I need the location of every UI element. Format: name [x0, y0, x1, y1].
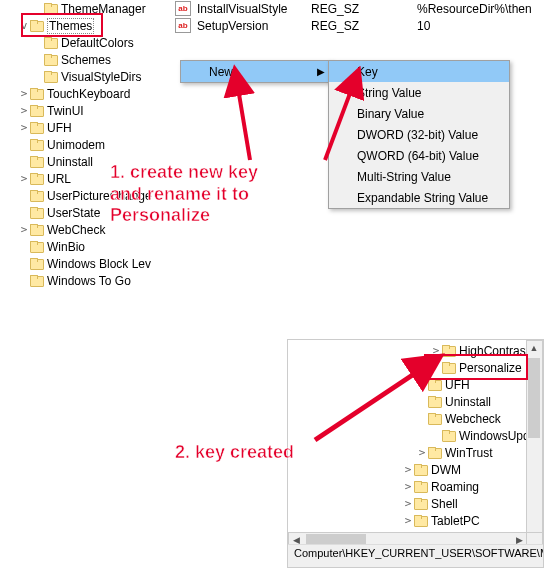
status-bar-text: Computer\HKEY_CURRENT_USER\SOFTWARE\Mic [294, 547, 543, 559]
menu-item-label: DWORD (32-bit) Value [357, 128, 478, 142]
tree-item[interactable]: >TabletPC [388, 512, 544, 529]
expand-toggle-icon[interactable]: > [402, 481, 414, 493]
tree-item-label: VisualStyleDirs [61, 70, 141, 84]
folder-icon [428, 447, 442, 459]
tree-item-label: Schemes [61, 53, 111, 67]
arrow-to-new [230, 82, 270, 162]
expand-toggle-icon[interactable]: > [402, 464, 414, 476]
folder-icon [414, 464, 428, 476]
registry-tree-top: ThemeManagervThemesDefaultColorsSchemesV… [0, 0, 152, 289]
tree-item-label: Unimodem [47, 138, 105, 152]
reg-string-icon: ab [175, 1, 191, 16]
value-type: REG_SZ [311, 2, 411, 16]
tree-item[interactable]: Schemes [0, 51, 152, 68]
expand-toggle-icon[interactable]: > [18, 224, 30, 236]
expand-toggle-icon[interactable]: > [18, 173, 30, 185]
folder-icon [30, 105, 44, 117]
menu-item[interactable]: Key [329, 61, 509, 82]
folder-icon [30, 88, 44, 100]
menu-item-label: Multi-String Value [357, 170, 451, 184]
expand-toggle-icon[interactable]: > [402, 515, 414, 527]
folder-icon [414, 515, 428, 527]
tree-item-label: UserState [47, 206, 100, 220]
expand-toggle-icon[interactable]: > [402, 498, 414, 510]
tree-item-label: Windows Block Lev [47, 257, 151, 271]
folder-icon [44, 54, 58, 66]
tree-item-label: WinBio [47, 240, 85, 254]
tree-item-label: DefaultColors [61, 36, 134, 50]
tree-item-label: DWM [431, 463, 461, 477]
menu-item-label: QWORD (64-bit) Value [357, 149, 479, 163]
value-data: 10 [417, 19, 430, 33]
tree-item-label: TwinUI [47, 104, 84, 118]
folder-icon [30, 156, 44, 168]
annotation-1-line2: and rename it to [110, 184, 258, 206]
svg-line-0 [238, 88, 250, 160]
folder-icon [44, 37, 58, 49]
menu-item-new[interactable]: New ▶ [181, 61, 331, 82]
tree-item[interactable]: >Shell [388, 495, 544, 512]
scrollbar-vertical[interactable]: ▲ ▼ [526, 340, 543, 551]
folder-icon [30, 224, 44, 236]
tree-item-label: WinTrust [445, 446, 493, 460]
tree-item[interactable]: VisualStyleDirs [0, 68, 152, 85]
tree-item-label: Uninstall [47, 155, 93, 169]
menu-item-label: Key [357, 65, 378, 79]
annotation-1-line1: 1. create new key [110, 162, 258, 184]
arrow-to-personalize [310, 365, 440, 445]
folder-icon [30, 207, 44, 219]
tree-item[interactable]: >Roaming [388, 478, 544, 495]
value-name: InstallVisualStyle [197, 2, 305, 16]
highlight-box-themes [21, 13, 103, 37]
value-data: %ResourceDir%\then [417, 2, 532, 16]
chevron-right-icon: ▶ [317, 66, 325, 77]
tree-item-label: WebCheck [47, 223, 105, 237]
tree-item[interactable]: >UFH [0, 119, 152, 136]
tree-item-label: URL [47, 172, 71, 186]
menu-item[interactable]: Multi-String Value [329, 166, 509, 187]
folder-icon [30, 241, 44, 253]
tree-item[interactable]: >DWM [388, 461, 544, 478]
tree-item[interactable]: Windows Block Lev [0, 255, 152, 272]
tree-item-label: Uninstall [445, 395, 491, 409]
value-row[interactable]: abSetupVersionREG_SZ10 [175, 17, 532, 34]
registry-values: abInstallVisualStyleREG_SZ%ResourceDir%\… [175, 0, 532, 34]
tree-item-label: Windows To Go [47, 274, 131, 288]
folder-icon [442, 430, 456, 442]
menu-item[interactable]: Expandable String Value [329, 187, 509, 208]
expand-toggle-icon[interactable]: > [18, 88, 30, 100]
folder-icon [30, 190, 44, 202]
value-type: REG_SZ [311, 19, 411, 33]
value-row[interactable]: abInstallVisualStyleREG_SZ%ResourceDir%\… [175, 0, 532, 17]
reg-string-icon: ab [175, 18, 191, 33]
svg-line-1 [325, 88, 352, 160]
annotation-2-text: 2. key created [175, 442, 294, 462]
folder-icon [30, 139, 44, 151]
tree-item-label: TouchKeyboard [47, 87, 130, 101]
context-menu-parent: New ▶ [180, 60, 332, 83]
scroll-up-icon[interactable]: ▲ [527, 341, 541, 355]
tree-item-label: Roaming [431, 480, 479, 494]
folder-icon [44, 71, 58, 83]
annotation-2: 2. key created [175, 442, 294, 464]
tree-item[interactable]: >WinTrust [388, 444, 544, 461]
tree-item-label: Shell [431, 497, 458, 511]
expand-toggle-icon[interactable]: > [18, 122, 30, 134]
menu-item-label: Expandable String Value [357, 191, 488, 205]
tree-item-label: TabletPC [431, 514, 480, 528]
tree-item[interactable]: Unimodem [0, 136, 152, 153]
scroll-thumb-v[interactable] [528, 358, 540, 438]
folder-icon [414, 498, 428, 510]
annotation-1: 1. create new key and rename it to Perso… [110, 162, 258, 227]
tree-item[interactable]: >TouchKeyboard [0, 85, 152, 102]
status-bar: Computer\HKEY_CURRENT_USER\SOFTWARE\Mic [288, 544, 543, 567]
value-name: SetupVersion [197, 19, 305, 33]
expand-toggle-icon[interactable]: > [18, 105, 30, 117]
tree-item[interactable]: >TwinUI [0, 102, 152, 119]
tree-item[interactable]: Windows To Go [0, 272, 152, 289]
expand-toggle-icon[interactable]: > [416, 447, 428, 459]
tree-item[interactable]: WinBio [0, 238, 152, 255]
tree-item-label: Webcheck [445, 412, 501, 426]
annotation-1-line3: Personalize [110, 205, 258, 227]
tree-item-label: UFH [47, 121, 72, 135]
